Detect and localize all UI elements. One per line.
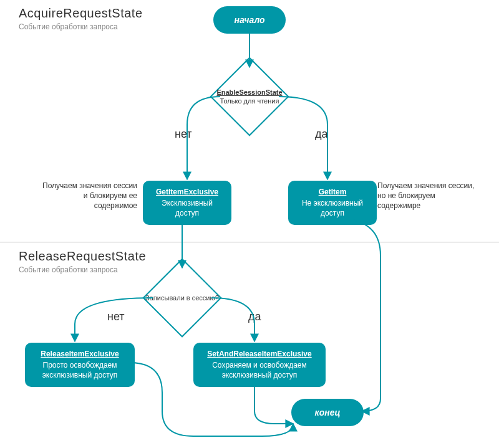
edge-label-no-2: нет <box>107 310 125 323</box>
section-release-sub: Событие обработки запроса <box>19 265 118 274</box>
node-release-item-exclusive: ReleaseItemExclusive Просто освобождаемэ… <box>25 343 135 387</box>
note-right: Получаем значения сессии,но не блокируем… <box>377 181 487 211</box>
node-end: конец <box>291 399 364 426</box>
dec1-title: EnableSessionState <box>216 88 282 97</box>
gi-title: GetItem <box>293 187 372 197</box>
srix-title: SetAndReleaseItemExclusive <box>198 349 321 359</box>
edge-label-yes-2: да <box>248 310 261 323</box>
gix-sub: Эксклюзивныйдоступ <box>162 199 213 217</box>
gi-sub: Не эксклюзивныйдоступ <box>302 199 363 217</box>
node-decision-wrote-session: Записывали в сессию? <box>145 260 220 335</box>
rix-sub: Просто освобождаемэксклюзивный доступ <box>42 361 118 379</box>
node-get-item: GetItem Не эксклюзивныйдоступ <box>288 181 377 225</box>
section-acquire-title: AcquireRequestState <box>19 6 143 21</box>
srix-sub: Сохраняем и освобождаемэксклюзивный дост… <box>212 361 307 379</box>
node-start-label: начало <box>235 15 265 25</box>
node-get-item-exclusive: GetItemExclusive Эксклюзивныйдоступ <box>143 181 231 225</box>
node-decision-enable-session-state: EnableSessionState Только для чтения <box>212 59 287 134</box>
section-acquire-sub: Событие обработки запроса <box>19 22 118 31</box>
note-left: Получаем значения сессиии блокируем еесо… <box>31 181 137 211</box>
section-divider <box>0 242 499 242</box>
dec2-sub: Записывали в сессию? <box>145 294 219 302</box>
gix-title: GetItemExclusive <box>148 187 226 197</box>
rix-title: ReleaseItemExclusive <box>30 349 130 359</box>
dec1-sub: Только для чтения <box>220 97 279 105</box>
node-set-and-release-item-exclusive: SetAndReleaseItemExclusive Сохраняем и о… <box>193 343 326 387</box>
edge-label-yes-1: да <box>315 128 328 141</box>
section-release-title: ReleaseRequestState <box>19 249 146 264</box>
edge-label-no-1: нет <box>175 128 192 141</box>
node-start: начало <box>213 6 286 34</box>
node-end-label: конец <box>315 407 341 417</box>
